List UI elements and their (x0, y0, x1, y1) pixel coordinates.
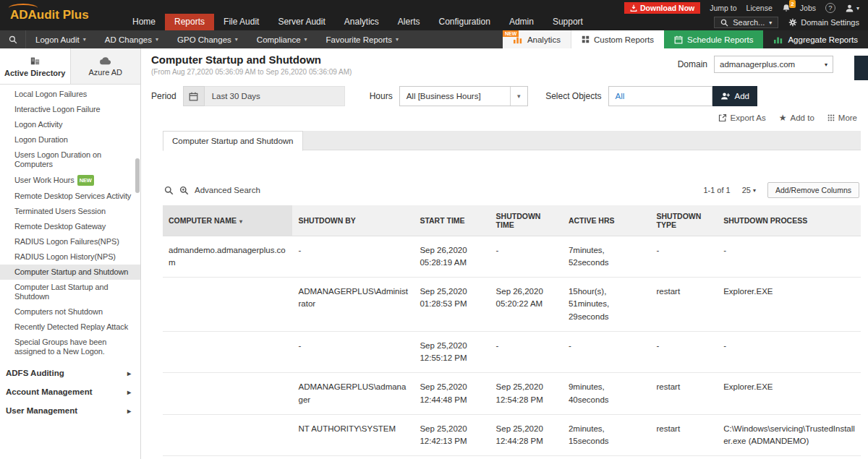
chevron-down-icon: ▾ (856, 5, 859, 12)
cell-shutdown-time: Sep 25,2020 12:44:28 PM (490, 414, 563, 456)
chevron-down-icon: ▾ (825, 61, 827, 68)
user-menu[interactable]: ▾ (845, 4, 859, 13)
sidebar-item-computer-startup-shutdown[interactable]: Computer Startup and Shutdown (0, 265, 140, 280)
grid-icon (582, 35, 590, 43)
cloud-icon (99, 56, 112, 65)
sidebar-item-interactive-logon-failure[interactable]: Interactive Logon Failure (0, 102, 140, 117)
hours-label: Hours (370, 91, 393, 101)
menu-compliance[interactable]: Compliance▾ (247, 30, 317, 48)
page-size-select[interactable]: 25▾ (742, 186, 756, 194)
report-table: COMPUTER NAME▾ SHUTDOWN BY START TIME SH… (163, 205, 861, 456)
sidebar-item-replay-attack[interactable]: Recently Detected Replay Attack (0, 319, 140, 335)
chevron-down-icon: ▾ (83, 36, 86, 43)
sidebar-item-remote-desktop-gateway[interactable]: Remote Desktop Gateway (0, 219, 140, 234)
license-link[interactable]: License (746, 4, 773, 12)
col-shutdown-time[interactable]: SHUTDOWN TIME (490, 205, 563, 236)
select-objects-input[interactable]: All (608, 86, 712, 106)
menu-ad-changes[interactable]: AD Changes▾ (95, 30, 168, 48)
export-as-button[interactable]: Export As (718, 113, 766, 122)
sidebar-item-radius-logon-history[interactable]: RADIUS Logon History(NPS) (0, 249, 140, 265)
calendar-button[interactable] (183, 86, 205, 106)
sidebar-item-computers-not-shutdown[interactable]: Computers not Shutdown (0, 304, 140, 319)
sidebar-item-terminated-users-session[interactable]: Terminated Users Session (0, 204, 140, 219)
nav-configuration[interactable]: Configuration (430, 14, 500, 30)
sidebar-scrollbar[interactable] (135, 158, 140, 193)
report-tab-active[interactable]: Computer Startup and Shutdown (163, 131, 303, 151)
advanced-search-label[interactable]: Advanced Search (195, 186, 260, 194)
cell-computer-name: admandemo.admanagerplus.com (163, 236, 292, 278)
add-to-button[interactable]: ★ Add to (779, 113, 814, 123)
reports-search-button[interactable] (0, 30, 26, 48)
col-shutdown-process[interactable]: SHUTDOWN PROCESS (718, 205, 861, 236)
menu-logon-audit[interactable]: Logon Audit▾ (26, 30, 95, 48)
global-search[interactable]: Search... ▾ (714, 17, 778, 28)
nav-server-audit[interactable]: Server Audit (268, 14, 334, 30)
section-account-management[interactable]: Account Management▸ (0, 382, 140, 401)
col-shutdown-by[interactable]: SHUTDOWN BY (292, 205, 414, 236)
nav-analytics[interactable]: Analytics (335, 14, 388, 30)
section-adfs-auditing[interactable]: ADFS Auditing▸ (0, 364, 140, 382)
analytics-button[interactable]: NEW Analytics (503, 30, 571, 48)
cell-computer-name (163, 414, 292, 456)
nav-file-audit[interactable]: File Audit (214, 14, 268, 30)
table-toolbar: Advanced Search 1-1 of 1 25▾ Add/Remove … (163, 182, 861, 205)
nav-admin[interactable]: Admin (500, 14, 543, 30)
period-group: Period Last 30 Days (151, 86, 345, 106)
tab-active-directory[interactable]: Active Directory (0, 48, 71, 84)
aggregate-reports-button[interactable]: Aggregate Reports (763, 30, 868, 48)
sidebar-item-radius-logon-failures[interactable]: RADIUS Logon Failures(NPS) (0, 234, 140, 249)
search-icon[interactable] (164, 186, 174, 195)
custom-reports-button[interactable]: Custom Reports (571, 30, 664, 48)
help-icon[interactable]: ? (825, 3, 835, 13)
add-button[interactable]: Add (712, 86, 757, 106)
col-shutdown-type[interactable]: SHUTDOWN TYPE (651, 205, 718, 236)
add-user-icon (720, 92, 731, 100)
cell-computer-name (163, 331, 292, 373)
col-computer-name[interactable]: COMPUTER NAME▾ (163, 205, 292, 236)
menu-favourite-reports[interactable]: Favourite Reports▾ (317, 30, 408, 48)
nav-home[interactable]: Home (123, 14, 165, 30)
panel-toggle-button[interactable] (854, 56, 868, 80)
report-list: Local Logon Failures Interactive Logon F… (0, 85, 140, 359)
col-active-hrs[interactable]: ACTIVE HRS (563, 205, 651, 236)
section-user-management[interactable]: User Management▸ (0, 401, 140, 420)
hours-select[interactable]: All [Business Hours] ▾ (399, 86, 528, 106)
sidebar-item-user-work-hours[interactable]: User Work HoursNEW (0, 172, 140, 189)
nav-alerts[interactable]: Alerts (388, 14, 430, 30)
sidebar-item-remote-desktop-services[interactable]: Remote Desktop Services Activity (0, 189, 140, 204)
download-now-button[interactable]: Download Now (624, 2, 700, 14)
nav-reports[interactable]: Reports (165, 14, 214, 30)
new-badge: NEW (503, 30, 519, 37)
col-start-time[interactable]: START TIME (414, 205, 490, 236)
jump-to-link[interactable]: Jump to (710, 4, 736, 12)
cell-shutdown-type: restart (651, 373, 718, 415)
advanced-search-icon[interactable] (179, 186, 189, 195)
add-remove-columns-button[interactable]: Add/Remove Columns (767, 182, 859, 198)
menu-gpo-changes[interactable]: GPO Changes▾ (168, 30, 247, 48)
period-input[interactable]: Last 30 Days (205, 86, 345, 106)
tab-azure-ad[interactable]: Azure AD (71, 48, 141, 84)
notifications-button[interactable]: 2 (782, 4, 791, 13)
cell-start-time: Sep 25,2020 12:55:12 PM (414, 331, 490, 373)
sidebar-item-logon-activity[interactable]: Logon Activity (0, 117, 140, 132)
select-objects-group: Select Objects All Add (545, 86, 757, 106)
cell-shutdown-by: NT AUTHORITY\SYSTEM (292, 414, 414, 456)
main-content: Computer Startup and Shutdown (From Aug … (141, 48, 868, 459)
sidebar-item-users-logon-duration[interactable]: Users Logon Duration on Computers (0, 147, 140, 172)
domain-select[interactable]: admanagerplus.com ▾ (714, 56, 833, 73)
chevron-down-icon: ▾ (305, 36, 307, 43)
sidebar-item-logon-duration[interactable]: Logon Duration (0, 132, 140, 147)
nav-support[interactable]: Support (543, 14, 592, 30)
cell-active-hrs: 15hour(s), 51minutes, 29seconds (563, 278, 651, 332)
domain-settings-button[interactable]: Domain Settings (788, 18, 859, 27)
sidebar-item-local-logon-failures[interactable]: Local Logon Failures (0, 87, 140, 102)
more-button[interactable]: More (827, 113, 857, 122)
app-logo[interactable]: ADAudit Plus (10, 8, 89, 22)
cell-shutdown-type: restart (651, 278, 718, 332)
sidebar-item-computer-last-startup-shutdown[interactable]: Computer Last Startup and Shutdown (0, 280, 140, 304)
jobs-link[interactable]: Jobs (800, 4, 816, 12)
sidebar-item-special-groups[interactable]: Special Groups have been assigned to a N… (0, 335, 140, 359)
cell-shutdown-type: - (651, 331, 718, 373)
cell-shutdown-type: - (651, 236, 718, 278)
schedule-reports-button[interactable]: Schedule Reports (664, 30, 763, 48)
